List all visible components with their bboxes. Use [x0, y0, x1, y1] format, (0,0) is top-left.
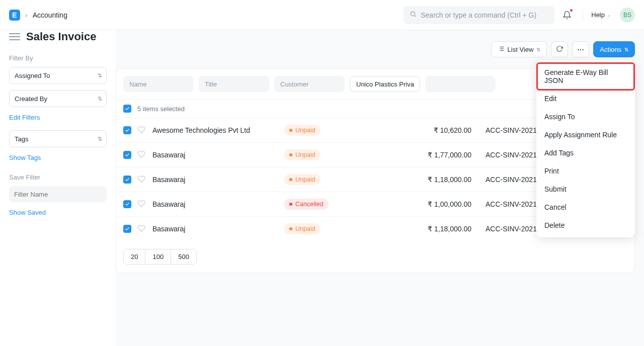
- like-button[interactable]: [137, 150, 146, 159]
- action-generate-eway[interactable]: Generate E-Way Bill JSON: [536, 62, 635, 91]
- search-placeholder: Search or type a command (Ctrl + G): [421, 11, 536, 19]
- actions-button[interactable]: Actions ⇅: [593, 41, 635, 57]
- select-icon: ⇅: [624, 47, 628, 52]
- row-amount: ₹ 10,620.00: [391, 126, 471, 134]
- row-amount: ₹ 1,00,000.00: [391, 200, 471, 208]
- list-icon: [498, 45, 505, 54]
- actions-dropdown: Generate E-Way Bill JSON Edit Assign To …: [536, 60, 635, 237]
- chevron-down-icon: ⌄: [607, 12, 611, 18]
- row-customer: Basawaraj: [152, 225, 278, 233]
- action-print[interactable]: Print: [536, 162, 635, 180]
- like-button[interactable]: [137, 175, 146, 184]
- row-checkbox[interactable]: [123, 200, 131, 208]
- row-amount: ₹ 1,18,000.00: [391, 176, 471, 184]
- refresh-button[interactable]: [551, 41, 568, 57]
- filter-empty-col[interactable]: [425, 76, 496, 92]
- status-badge: Unpaid: [284, 223, 320, 234]
- list-view-button[interactable]: List View ⇅: [491, 41, 547, 57]
- bell-icon: [562, 11, 572, 20]
- page-title: Sales Invoice: [26, 30, 96, 43]
- action-edit[interactable]: Edit: [536, 90, 635, 108]
- edit-filters-link[interactable]: Edit Filters: [9, 114, 40, 121]
- filter-customer-col[interactable]: Customer: [274, 76, 345, 92]
- like-button[interactable]: [137, 200, 146, 209]
- chevron-right-icon: ›: [25, 11, 28, 19]
- search-icon: [410, 11, 417, 19]
- select-icon: ⇅: [536, 47, 540, 52]
- created-by-label: Created By: [15, 95, 47, 103]
- page-size-500[interactable]: 500: [171, 249, 196, 264]
- page-size-100[interactable]: 100: [145, 249, 171, 264]
- list-view-label: List View: [508, 46, 534, 53]
- status-dot-icon: [289, 178, 292, 181]
- action-submit[interactable]: Submit: [536, 180, 635, 198]
- action-add-tags[interactable]: Add Tags: [536, 144, 635, 162]
- assigned-to-label: Assigned To: [15, 72, 50, 79]
- actions-label: Actions: [600, 46, 621, 53]
- dots-icon: ···: [577, 46, 584, 53]
- row-checkbox[interactable]: [123, 151, 131, 159]
- svg-point-0: [411, 12, 415, 16]
- filter-name-input[interactable]: [9, 186, 107, 202]
- menu-button[interactable]: ···: [572, 41, 589, 57]
- app-logo[interactable]: E: [9, 10, 20, 21]
- svg-line-1: [415, 16, 416, 17]
- row-checkbox[interactable]: [123, 176, 131, 184]
- page-size-20[interactable]: 20: [124, 249, 145, 264]
- page-size-selector: 20 100 500: [123, 249, 197, 265]
- action-delete[interactable]: Delete: [536, 216, 635, 234]
- row-customer: Basawaraj: [152, 151, 278, 159]
- tags-label: Tags: [15, 135, 28, 143]
- filter-customer-value[interactable]: Unico Plastics Priva: [350, 76, 420, 92]
- select-icon: ⇅: [98, 72, 101, 79]
- row-amount: ₹ 1,77,000.00: [391, 151, 471, 159]
- action-assign-to[interactable]: Assign To: [536, 108, 635, 126]
- sidebar-toggle[interactable]: [9, 31, 20, 42]
- filter-by-heading: Filter By: [9, 54, 107, 62]
- show-tags-link[interactable]: Show Tags: [9, 154, 41, 161]
- row-customer: Basawaraj: [152, 200, 278, 208]
- global-search[interactable]: Search or type a command (Ctrl + G): [404, 6, 554, 24]
- row-checkbox[interactable]: [123, 225, 131, 233]
- row-customer: Awesome Technologies Pvt Ltd: [152, 126, 278, 134]
- navbar: E › Accounting Search or type a command …: [0, 0, 644, 30]
- status-dot-icon: [289, 129, 292, 132]
- status-badge: Unpaid: [284, 125, 320, 136]
- assigned-to-select[interactable]: Assigned To ⇅: [9, 67, 107, 84]
- status-badge: Cancelled: [284, 199, 329, 210]
- page-actions: List View ⇅ ··· Actions ⇅ Generate E-Way…: [116, 41, 644, 57]
- row-checkbox[interactable]: [123, 126, 131, 134]
- action-apply-rule[interactable]: Apply Assignment Rule: [536, 126, 635, 144]
- like-button[interactable]: [137, 224, 146, 233]
- status-badge: Unpaid: [284, 174, 320, 185]
- filter-title-col[interactable]: Title: [199, 76, 269, 92]
- help-label: Help: [591, 11, 605, 19]
- created-by-select[interactable]: Created By ⇅: [9, 90, 107, 107]
- refresh-icon: [556, 45, 563, 54]
- status-dot-icon: [289, 203, 292, 206]
- save-filter-heading: Save Filter: [9, 174, 107, 181]
- status-badge: Unpaid: [284, 149, 320, 160]
- action-cancel[interactable]: Cancel: [536, 198, 635, 216]
- select-all-checkbox[interactable]: [123, 105, 131, 113]
- like-button[interactable]: [137, 126, 146, 135]
- status-dot-icon: [289, 153, 292, 156]
- notifications-button[interactable]: [559, 8, 575, 23]
- row-amount: ₹ 1,18,000.00: [391, 225, 471, 233]
- page-body: List View ⇅ ··· Actions ⇅ Generate E-Way…: [116, 30, 644, 346]
- help-menu[interactable]: Help ⌄: [591, 11, 611, 19]
- breadcrumb-item[interactable]: Accounting: [33, 11, 67, 19]
- selection-count: 5 items selected: [137, 105, 185, 113]
- select-icon: ⇅: [98, 136, 101, 142]
- divider: [583, 10, 583, 21]
- tags-select[interactable]: Tags ⇅: [9, 130, 107, 147]
- status-dot-icon: [289, 227, 292, 230]
- show-saved-link[interactable]: Show Saved: [9, 209, 46, 216]
- filter-name-col[interactable]: Name: [123, 76, 194, 92]
- row-customer: Basawaraj: [152, 176, 278, 184]
- select-icon: ⇅: [98, 96, 101, 102]
- filter-sidebar: Filter By Assigned To ⇅ Created By ⇅ Edi…: [0, 43, 116, 236]
- user-avatar[interactable]: BS: [620, 8, 635, 23]
- breadcrumb: › Accounting: [25, 11, 67, 19]
